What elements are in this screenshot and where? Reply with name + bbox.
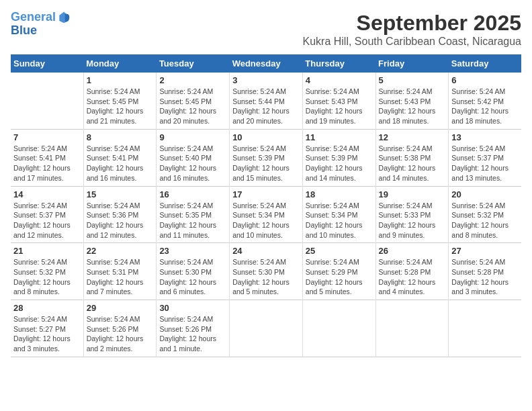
week-row: 21Sunrise: 5:24 AM Sunset: 5:32 PM Dayli…	[11, 243, 521, 300]
col-header-monday: Monday	[83, 54, 157, 73]
calendar-cell: 13Sunrise: 5:24 AM Sunset: 5:37 PM Dayli…	[449, 129, 521, 186]
cell-details: Sunrise: 5:24 AM Sunset: 5:45 PM Dayligh…	[87, 87, 154, 126]
calendar-cell: 1Sunrise: 5:24 AM Sunset: 5:45 PM Daylig…	[83, 73, 157, 129]
cell-details: Sunrise: 5:24 AM Sunset: 5:37 PM Dayligh…	[451, 144, 519, 183]
cell-details: Sunrise: 5:24 AM Sunset: 5:32 PM Dayligh…	[13, 257, 81, 297]
calendar-cell: 8Sunrise: 5:24 AM Sunset: 5:41 PM Daylig…	[83, 129, 157, 186]
calendar-table: SundayMondayTuesdayWednesdayThursdayFrid…	[11, 54, 521, 357]
cell-details: Sunrise: 5:24 AM Sunset: 5:44 PM Dayligh…	[232, 87, 300, 126]
day-number: 9	[159, 132, 226, 142]
cell-details: Sunrise: 5:24 AM Sunset: 5:43 PM Dayligh…	[379, 87, 446, 126]
day-number: 7	[13, 132, 81, 142]
day-number: 28	[13, 303, 81, 313]
logo-subtext: Blue	[11, 24, 71, 38]
calendar-cell: 24Sunrise: 5:24 AM Sunset: 5:30 PM Dayli…	[230, 243, 303, 300]
calendar-cell	[375, 300, 449, 357]
calendar-cell: 4Sunrise: 5:24 AM Sunset: 5:43 PM Daylig…	[302, 73, 375, 129]
week-row: 1Sunrise: 5:24 AM Sunset: 5:45 PM Daylig…	[11, 73, 521, 129]
calendar-cell	[230, 300, 303, 357]
cell-details: Sunrise: 5:24 AM Sunset: 5:26 PM Dayligh…	[87, 314, 154, 354]
day-number: 10	[232, 132, 300, 142]
day-number: 15	[87, 189, 154, 199]
day-number: 1	[87, 75, 154, 85]
day-number: 27	[451, 246, 519, 256]
calendar-cell: 7Sunrise: 5:24 AM Sunset: 5:41 PM Daylig…	[11, 129, 83, 186]
day-number: 20	[451, 189, 519, 199]
cell-details: Sunrise: 5:24 AM Sunset: 5:28 PM Dayligh…	[379, 257, 446, 297]
calendar-cell: 5Sunrise: 5:24 AM Sunset: 5:43 PM Daylig…	[375, 73, 449, 129]
day-number: 13	[451, 132, 519, 142]
logo-text: General	[11, 11, 56, 24]
cell-details: Sunrise: 5:24 AM Sunset: 5:40 PM Dayligh…	[159, 144, 226, 183]
week-row: 14Sunrise: 5:24 AM Sunset: 5:37 PM Dayli…	[11, 186, 521, 243]
day-number: 6	[451, 75, 519, 85]
cell-details: Sunrise: 5:24 AM Sunset: 5:31 PM Dayligh…	[87, 257, 154, 297]
day-number: 2	[159, 75, 226, 85]
cell-details: Sunrise: 5:24 AM Sunset: 5:32 PM Dayligh…	[451, 201, 519, 240]
day-number: 24	[232, 246, 300, 256]
col-header-thursday: Thursday	[302, 54, 375, 73]
day-number: 11	[306, 132, 373, 142]
day-number: 21	[13, 246, 81, 256]
calendar-cell: 10Sunrise: 5:24 AM Sunset: 5:39 PM Dayli…	[230, 129, 303, 186]
day-number: 14	[13, 189, 81, 199]
cell-details: Sunrise: 5:24 AM Sunset: 5:34 PM Dayligh…	[306, 201, 373, 240]
day-number: 4	[306, 75, 373, 85]
calendar-cell: 15Sunrise: 5:24 AM Sunset: 5:36 PM Dayli…	[83, 186, 157, 243]
calendar-cell: 16Sunrise: 5:24 AM Sunset: 5:35 PM Dayli…	[157, 186, 230, 243]
week-row: 7Sunrise: 5:24 AM Sunset: 5:41 PM Daylig…	[11, 129, 521, 186]
day-number: 30	[159, 303, 226, 313]
cell-details: Sunrise: 5:24 AM Sunset: 5:30 PM Dayligh…	[232, 257, 300, 297]
cell-details: Sunrise: 5:24 AM Sunset: 5:30 PM Dayligh…	[159, 257, 226, 297]
calendar-cell: 28Sunrise: 5:24 AM Sunset: 5:27 PM Dayli…	[11, 300, 83, 357]
calendar-cell: 30Sunrise: 5:24 AM Sunset: 5:26 PM Dayli…	[157, 300, 230, 357]
logo: General Blue	[11, 11, 71, 38]
day-number: 18	[306, 189, 373, 199]
cell-details: Sunrise: 5:24 AM Sunset: 5:39 PM Dayligh…	[232, 144, 300, 183]
cell-details: Sunrise: 5:24 AM Sunset: 5:41 PM Dayligh…	[13, 144, 81, 183]
day-number: 12	[379, 132, 446, 142]
calendar-cell: 14Sunrise: 5:24 AM Sunset: 5:37 PM Dayli…	[11, 186, 83, 243]
page-subtitle: Kukra Hill, South Caribbean Coast, Nicar…	[303, 36, 522, 48]
calendar-cell: 23Sunrise: 5:24 AM Sunset: 5:30 PM Dayli…	[157, 243, 230, 300]
day-number: 29	[87, 303, 154, 313]
calendar-cell: 20Sunrise: 5:24 AM Sunset: 5:32 PM Dayli…	[449, 186, 521, 243]
week-row: 28Sunrise: 5:24 AM Sunset: 5:27 PM Dayli…	[11, 300, 521, 357]
cell-details: Sunrise: 5:24 AM Sunset: 5:39 PM Dayligh…	[306, 144, 373, 183]
cell-details: Sunrise: 5:24 AM Sunset: 5:41 PM Dayligh…	[87, 144, 154, 183]
cell-details: Sunrise: 5:24 AM Sunset: 5:34 PM Dayligh…	[232, 201, 300, 240]
day-number: 23	[159, 246, 226, 256]
day-number: 16	[159, 189, 226, 199]
calendar-cell: 29Sunrise: 5:24 AM Sunset: 5:26 PM Dayli…	[83, 300, 157, 357]
calendar-cell: 21Sunrise: 5:24 AM Sunset: 5:32 PM Dayli…	[11, 243, 83, 300]
calendar-cell: 3Sunrise: 5:24 AM Sunset: 5:44 PM Daylig…	[230, 73, 303, 129]
calendar-cell: 27Sunrise: 5:24 AM Sunset: 5:28 PM Dayli…	[449, 243, 521, 300]
cell-details: Sunrise: 5:24 AM Sunset: 5:43 PM Dayligh…	[306, 87, 373, 126]
day-number: 26	[379, 246, 446, 256]
cell-details: Sunrise: 5:24 AM Sunset: 5:36 PM Dayligh…	[87, 201, 154, 240]
cell-details: Sunrise: 5:24 AM Sunset: 5:27 PM Dayligh…	[13, 314, 81, 354]
day-number: 17	[232, 189, 300, 199]
col-header-friday: Friday	[375, 54, 449, 73]
calendar-cell	[302, 300, 375, 357]
col-header-saturday: Saturday	[449, 54, 521, 73]
cell-details: Sunrise: 5:24 AM Sunset: 5:45 PM Dayligh…	[159, 87, 226, 126]
day-number: 19	[379, 189, 446, 199]
col-header-tuesday: Tuesday	[157, 54, 230, 73]
calendar-cell: 9Sunrise: 5:24 AM Sunset: 5:40 PM Daylig…	[157, 129, 230, 186]
logo-icon	[57, 11, 71, 24]
cell-details: Sunrise: 5:24 AM Sunset: 5:42 PM Dayligh…	[451, 87, 519, 126]
day-number: 8	[87, 132, 154, 142]
calendar-cell: 12Sunrise: 5:24 AM Sunset: 5:38 PM Dayli…	[375, 129, 449, 186]
calendar-cell: 22Sunrise: 5:24 AM Sunset: 5:31 PM Dayli…	[83, 243, 157, 300]
day-number: 5	[379, 75, 446, 85]
day-number: 22	[87, 246, 154, 256]
cell-details: Sunrise: 5:24 AM Sunset: 5:26 PM Dayligh…	[159, 314, 226, 354]
calendar-cell: 2Sunrise: 5:24 AM Sunset: 5:45 PM Daylig…	[157, 73, 230, 129]
calendar-cell: 11Sunrise: 5:24 AM Sunset: 5:39 PM Dayli…	[302, 129, 375, 186]
calendar-cell: 6Sunrise: 5:24 AM Sunset: 5:42 PM Daylig…	[449, 73, 521, 129]
calendar-header-row: SundayMondayTuesdayWednesdayThursdayFrid…	[11, 54, 521, 73]
calendar-cell	[449, 300, 521, 357]
calendar-cell: 18Sunrise: 5:24 AM Sunset: 5:34 PM Dayli…	[302, 186, 375, 243]
cell-details: Sunrise: 5:24 AM Sunset: 5:33 PM Dayligh…	[379, 201, 446, 240]
